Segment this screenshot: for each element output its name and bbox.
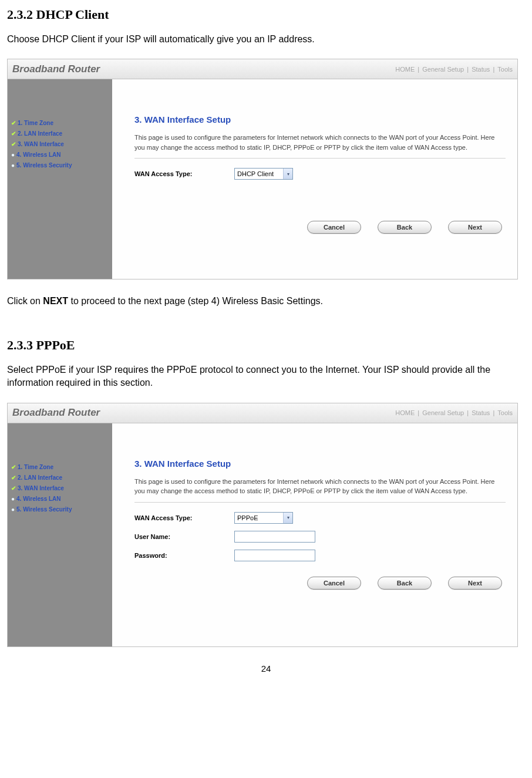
next-button[interactable]: Next xyxy=(448,221,502,234)
chevron-down-icon: ▾ xyxy=(283,169,292,179)
main-panel: 3. WAN Interface Setup This page is used… xyxy=(112,423,517,646)
nav-tools[interactable]: Tools xyxy=(497,409,513,416)
username-input[interactable] xyxy=(234,531,315,543)
button-row: Cancel Back Next xyxy=(134,221,506,234)
sidebar-item-wlan[interactable]: ●4. Wireless LAN xyxy=(11,150,109,160)
nav-links: HOME | General Setup | Status | Tools xyxy=(394,409,514,416)
sidebar-item-wan[interactable]: ✔3. WAN Interface xyxy=(11,483,109,494)
label-wan-access: WAN Access Type: xyxy=(134,170,234,177)
check-icon: ✔ xyxy=(11,129,16,139)
sidebar-item-timezone[interactable]: ✔1. Time Zone xyxy=(11,462,109,473)
main-panel: 3. WAN Interface Setup This page is used… xyxy=(112,79,517,279)
back-button[interactable]: Back xyxy=(378,577,432,590)
sidebar-item-wan[interactable]: ✔3. WAN Interface xyxy=(11,139,109,150)
nav-tools[interactable]: Tools xyxy=(497,66,513,73)
sidebar-item-security[interactable]: ●5. Wireless Security xyxy=(11,160,109,171)
divider xyxy=(134,158,506,159)
row-wan-access: WAN Access Type: DHCP Client ▾ xyxy=(134,168,506,180)
nav-links: HOME | General Setup | Status | Tools xyxy=(394,66,514,73)
button-row: Cancel Back Next xyxy=(134,577,506,590)
nav-general[interactable]: General Setup xyxy=(422,66,464,73)
bullet-icon: ● xyxy=(11,150,15,160)
bullet-icon: ● xyxy=(11,504,15,515)
sidebar-item-timezone[interactable]: ✔1. Time Zone xyxy=(11,118,109,129)
select-wan-access[interactable]: DHCP Client ▾ xyxy=(234,168,293,180)
check-icon: ✔ xyxy=(11,139,16,150)
sidebar-item-lan[interactable]: ✔2. LAN Interface xyxy=(11,473,109,483)
router-brand: Broadband Router xyxy=(12,407,100,419)
nav-status[interactable]: Status xyxy=(472,66,490,73)
check-icon: ✔ xyxy=(11,118,16,129)
back-button[interactable]: Back xyxy=(378,221,432,234)
check-icon: ✔ xyxy=(11,462,16,473)
bullet-icon: ● xyxy=(11,160,15,171)
router-header: Broadband Router HOME | General Setup | … xyxy=(8,59,517,79)
paragraph-next-instruction: Click on NEXT to proceed to the next pag… xyxy=(7,295,525,308)
panel-description: This page is used to configure the param… xyxy=(134,133,506,152)
label-password: Password: xyxy=(134,552,234,559)
nav-status[interactable]: Status xyxy=(472,409,490,416)
section-heading-pppoe: 2.3.3 PPPoE xyxy=(7,338,525,353)
next-button[interactable]: Next xyxy=(448,577,502,590)
nav-home[interactable]: HOME xyxy=(395,409,415,416)
sidebar-item-wlan[interactable]: ●4. Wireless LAN xyxy=(11,494,109,504)
cancel-button[interactable]: Cancel xyxy=(307,221,361,234)
sidebar-item-security[interactable]: ●5. Wireless Security xyxy=(11,504,109,515)
select-value: DHCP Client xyxy=(237,170,274,177)
password-input[interactable] xyxy=(234,550,315,561)
nav-home[interactable]: HOME xyxy=(395,66,415,73)
panel-description: This page is used to configure the param… xyxy=(134,477,506,496)
row-username: User Name: xyxy=(134,531,506,543)
check-icon: ✔ xyxy=(11,483,16,494)
paragraph-dhcp-intro: Choose DHCP Client if your ISP will auto… xyxy=(7,33,525,46)
cancel-button[interactable]: Cancel xyxy=(307,577,361,590)
router-header: Broadband Router HOME | General Setup | … xyxy=(8,403,517,423)
nav-general[interactable]: General Setup xyxy=(422,409,464,416)
row-password: Password: xyxy=(134,550,506,561)
panel-title: 3. WAN Interface Setup xyxy=(134,114,506,124)
label-wan-access: WAN Access Type: xyxy=(134,514,234,521)
chevron-down-icon: ▾ xyxy=(283,513,292,523)
divider xyxy=(134,502,506,503)
section-heading-dhcp: 2.3.2 DHCP Client xyxy=(7,7,525,22)
select-wan-access[interactable]: PPPoE ▾ xyxy=(234,512,293,524)
router-screenshot-pppoe: Broadband Router HOME | General Setup | … xyxy=(7,403,518,647)
bullet-icon: ● xyxy=(11,494,15,504)
page-number: 24 xyxy=(7,664,525,673)
label-username: User Name: xyxy=(134,533,234,540)
row-wan-access: WAN Access Type: PPPoE ▾ xyxy=(134,512,506,524)
router-brand: Broadband Router xyxy=(12,63,100,75)
wizard-sidebar: ✔1. Time Zone ✔2. LAN Interface ✔3. WAN … xyxy=(8,79,112,279)
panel-title: 3. WAN Interface Setup xyxy=(134,459,506,469)
router-screenshot-dhcp: Broadband Router HOME | General Setup | … xyxy=(7,59,518,279)
check-icon: ✔ xyxy=(11,473,16,483)
select-value: PPPoE xyxy=(237,514,258,521)
paragraph-pppoe-intro: Select PPPoE if your ISP requires the PP… xyxy=(7,363,525,390)
sidebar-item-lan[interactable]: ✔2. LAN Interface xyxy=(11,129,109,139)
wizard-sidebar: ✔1. Time Zone ✔2. LAN Interface ✔3. WAN … xyxy=(8,423,112,646)
